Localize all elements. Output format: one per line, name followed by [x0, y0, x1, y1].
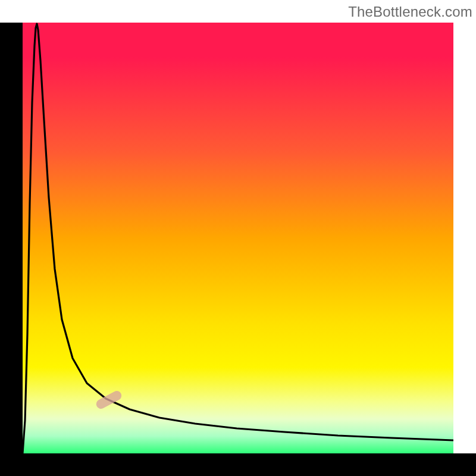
bottleneck-curve [23, 24, 453, 453]
watermark-text: TheBottleneck.com [348, 4, 472, 20]
plot-area [23, 23, 453, 453]
curve-layer [23, 23, 453, 453]
x-axis [0, 453, 476, 476]
y-axis [0, 23, 23, 453]
chart-container: TheBottleneck.com [0, 0, 476, 476]
